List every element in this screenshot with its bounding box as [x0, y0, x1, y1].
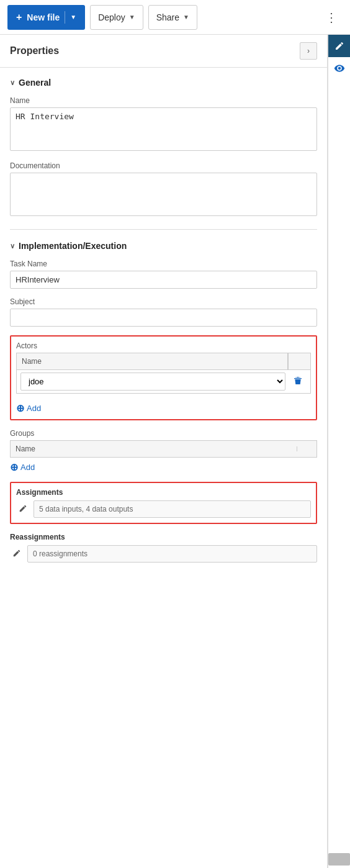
task-name-label: Task Name	[10, 260, 317, 268]
groups-table-header-name: Name	[11, 441, 297, 457]
groups-table-header-action	[297, 446, 316, 451]
actors-label: Actors	[16, 341, 311, 350]
assignment-input-row: 5 data inputs, 4 data outputs	[16, 500, 311, 518]
general-chevron-icon: ∨	[10, 79, 15, 87]
documentation-field-group: Documentation	[10, 161, 317, 218]
edit-sidebar-button[interactable]	[328, 35, 350, 57]
deploy-button[interactable]: Deploy ▼	[90, 5, 143, 30]
new-file-button[interactable]: + New file ▼	[7, 5, 85, 30]
trash-icon	[293, 376, 303, 386]
properties-panel: Properties › ∨ General Name HR Interview…	[0, 35, 328, 868]
properties-content[interactable]: ∨ General Name HR Interview Documentatio…	[0, 68, 327, 868]
implementation-chevron-icon: ∨	[10, 242, 15, 250]
reassignments-label: Reassignments	[10, 533, 317, 541]
add-plus-icon: ⊕	[16, 402, 24, 414]
properties-title: Properties	[10, 45, 300, 57]
groups-add-link[interactable]: ⊕ Add	[10, 461, 317, 473]
general-section: ∨ General Name HR Interview Documentatio…	[10, 78, 317, 218]
actor-delete-button[interactable]	[289, 374, 307, 389]
share-label: Share	[156, 12, 179, 22]
edit-sidebar-icon	[334, 41, 344, 51]
groups-label: Groups	[10, 429, 317, 438]
plus-icon: +	[16, 12, 22, 23]
task-name-input[interactable]	[10, 271, 317, 289]
toolbar: + New file ▼ Deploy ▼ Share ▼ ⋮	[0, 0, 350, 35]
deploy-chevron-icon: ▼	[129, 14, 135, 20]
reassignment-text-field: 0 reassignments	[27, 545, 317, 563]
edit-icon	[19, 504, 27, 513]
documentation-field-label: Documentation	[10, 161, 317, 170]
share-chevron-icon: ▼	[183, 14, 189, 20]
general-section-label: General	[19, 78, 51, 88]
new-file-chevron-icon: ▼	[65, 11, 76, 24]
properties-nav-button[interactable]: ›	[300, 42, 317, 60]
groups-field-group: Groups Name ⊕ Add	[10, 429, 317, 473]
new-file-label: New file	[27, 12, 60, 22]
eye-sidebar-icon	[334, 63, 345, 74]
eye-sidebar-button[interactable]	[328, 57, 350, 79]
actors-add-label: Add	[27, 404, 41, 413]
general-section-header[interactable]: ∨ General	[10, 78, 317, 88]
actors-table-header-name: Name	[17, 353, 288, 369]
groups-add-label: Add	[20, 463, 35, 472]
actors-add-link[interactable]: ⊕ Add	[16, 402, 311, 414]
implementation-section-header[interactable]: ∨ Implementation/Execution	[10, 241, 317, 251]
more-options-icon: ⋮	[325, 11, 338, 24]
groups-add-plus-icon: ⊕	[10, 461, 18, 473]
task-name-field-group: Task Name	[10, 260, 317, 289]
share-button[interactable]: Share ▼	[148, 5, 197, 30]
implementation-section: ∨ Implementation/Execution Task Name Sub…	[10, 241, 317, 563]
name-field-input[interactable]: HR Interview	[10, 107, 317, 151]
properties-header: Properties ›	[0, 35, 327, 68]
main-area: Properties › ∨ General Name HR Interview…	[0, 35, 350, 868]
assignments-highlighted-box: Assignments 5 data inputs, 4 data output…	[10, 482, 317, 524]
actors-highlighted-box: Actors Name jdoe admin user1	[10, 335, 317, 420]
groups-table-header-row: Name	[10, 440, 317, 458]
assignments-label: Assignments	[16, 488, 311, 497]
name-field-group: Name HR Interview	[10, 96, 317, 153]
scrollbar-thumb[interactable]	[328, 853, 350, 866]
subject-label: Subject	[10, 297, 317, 306]
reassignment-edit-button[interactable]	[10, 546, 24, 562]
actor-row: jdoe admin user1	[16, 370, 311, 394]
implementation-section-label: Implementation/Execution	[19, 241, 127, 251]
reassignments-section: Reassignments 0 reassignments	[10, 533, 317, 563]
subject-input[interactable]	[10, 309, 317, 327]
actors-field-group: Actors Name jdoe admin user1	[16, 341, 311, 394]
assignment-text-field: 5 data inputs, 4 data outputs	[34, 500, 311, 518]
reassignment-edit-icon	[12, 549, 21, 558]
section-divider	[10, 229, 317, 230]
subject-field-group: Subject	[10, 297, 317, 327]
actors-table-header-action	[288, 353, 310, 369]
assignment-edit-button[interactable]	[16, 502, 30, 517]
documentation-field-input[interactable]	[10, 173, 317, 216]
name-field-label: Name	[10, 96, 317, 105]
reassignment-input-row: 0 reassignments	[10, 545, 317, 563]
more-options-button[interactable]: ⋮	[320, 7, 343, 27]
deploy-label: Deploy	[98, 12, 125, 22]
actor-select[interactable]: jdoe admin user1	[20, 373, 285, 391]
right-sidebar	[328, 35, 350, 868]
